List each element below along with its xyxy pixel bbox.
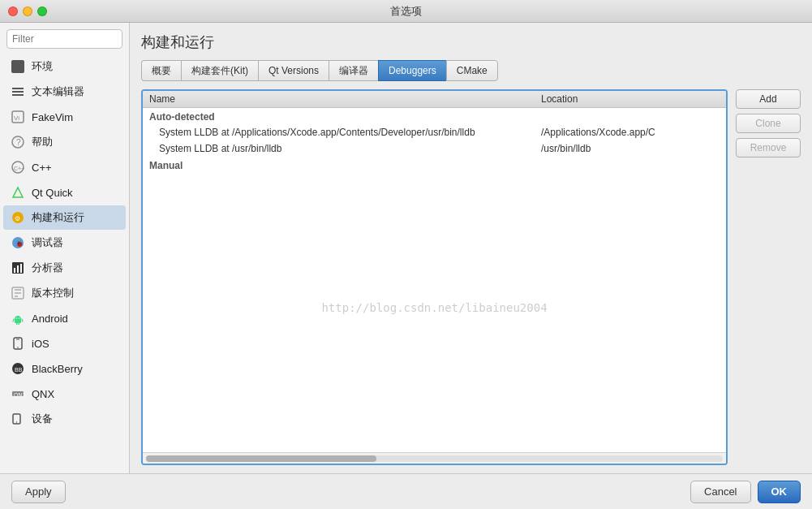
maximize-button[interactable] [37,6,47,16]
tab-cmake[interactable]: CMake [446,60,498,81]
svg-text:QNX: QNX [14,392,24,399]
sidebar-item-debugger[interactable]: 🐞 调试器 [3,231,126,255]
scrollbar-track [146,455,723,462]
horizontal-scrollbar[interactable] [143,452,726,464]
sidebar-item-build-run[interactable]: ⚙ 构建和运行 [3,205,126,230]
sidebar-item-analyzer[interactable]: 分析器 [3,256,126,280]
svg-rect-20 [19,323,20,325]
sidebar-label-version-control: 版本控制 [32,286,74,300]
minimize-button[interactable] [23,6,32,16]
svg-line-24 [22,319,23,321]
page-title: 构建和运行 [141,32,801,52]
content-area: 构建和运行 概要 构建套件(Kit) Qt Versions 编译器 Debug… [130,23,812,473]
sidebar-item-cpp[interactable]: C++ C++ [3,155,126,179]
svg-marker-6 [13,188,23,197]
clone-button[interactable]: Clone [736,114,801,133]
window-title: 首选项 [390,4,422,19]
sidebar-item-qnx[interactable]: QNX QNX [3,382,126,406]
version-control-icon [10,285,26,301]
svg-text:C++: C++ [14,166,24,171]
tab-qt-versions[interactable]: Qt Versions [258,60,329,81]
cancel-button[interactable]: Cancel [690,481,750,503]
sidebar-item-text-editor[interactable]: 文本编辑器 [3,80,126,104]
filter-input[interactable] [6,29,122,49]
sidebar-item-fakevim[interactable]: Vi FakeVim [3,105,126,129]
blackberry-icon: BB [10,360,26,377]
svg-point-22 [19,317,19,318]
sidebar-label-build-run: 构建和运行 [32,210,84,225]
sidebar: 环境 文本编辑器 Vi FakeVim ? 帮助 [0,23,130,473]
svg-point-33 [16,421,17,422]
scrollbar-thumb [146,455,376,462]
tab-summary[interactable]: 概要 [141,60,181,81]
qt-quick-icon [10,184,26,201]
row-lldb-usr-name: System LLDB at /usr/bin/lldb [159,143,541,154]
android-icon [10,310,26,326]
tab-build-kit[interactable]: 构建套件(Kit) [181,60,258,81]
add-button[interactable]: Add [736,89,801,109]
text-editor-icon [10,84,26,100]
tabs-bar: 概要 构建套件(Kit) Qt Versions 编译器 Debuggers C… [141,60,801,81]
cpp-icon: C++ [10,159,26,175]
svg-rect-13 [17,265,19,273]
environment-icon [10,58,26,75]
watermark: http://blog.csdn.net/libaineu2004 [321,301,547,314]
row-lldb-usr-location: /usr/bin/lldb [541,143,720,154]
remove-button[interactable]: Remove [736,138,801,157]
bottom-bar: Apply Cancel OK [0,473,812,509]
action-buttons: Add Clone Remove [736,89,801,465]
sidebar-item-blackberry[interactable]: BB BlackBerry [3,356,126,381]
sidebar-label-blackberry: BlackBerry [32,363,83,375]
sidebar-item-version-control[interactable]: 版本控制 [3,281,126,305]
build-run-icon: ⚙ [10,209,26,226]
sidebar-item-environment[interactable]: 环境 [3,54,126,79]
svg-point-26 [17,347,19,348]
sidebar-label-fakevim: FakeVim [32,111,73,123]
window-controls [8,6,47,16]
debuggers-table: Name Location Auto-detected System LLDB … [141,89,728,465]
sidebar-label-environment: 环境 [32,59,53,74]
filter-wrap [0,23,129,54]
sidebar-label-android: Android [32,313,68,325]
svg-rect-12 [14,268,15,273]
help-icon: ? [10,134,26,150]
analyzer-icon [10,260,26,276]
sidebar-item-ios[interactable]: iOS [3,331,126,356]
sidebar-label-text-editor: 文本编辑器 [32,84,84,99]
ok-button[interactable]: OK [758,481,801,503]
svg-text:?: ? [16,138,21,147]
devices-icon [10,411,26,427]
table-row[interactable]: System LLDB at /Applications/Xcode.app/C… [143,124,726,140]
table-header: Name Location [143,91,726,108]
sidebar-label-analyzer: 分析器 [32,261,63,275]
svg-text:🐞: 🐞 [15,239,24,248]
sidebar-label-ios: iOS [32,338,49,350]
svg-text:Vi: Vi [14,114,19,122]
sidebar-item-qt-quick[interactable]: Qt Quick [3,180,126,205]
svg-text:BB: BB [15,367,23,373]
main-layout: 环境 文本编辑器 Vi FakeVim ? 帮助 [0,23,812,473]
close-button[interactable] [8,6,18,16]
svg-point-21 [16,317,17,318]
titlebar: 首选项 [0,0,812,23]
sidebar-label-cpp: C++ [32,162,52,174]
row-lldb-xcode-name: System LLDB at /Applications/Xcode.app/C… [159,127,541,138]
svg-rect-19 [16,323,18,325]
qnx-icon: QNX [10,386,26,402]
apply-button[interactable]: Apply [11,481,66,503]
sidebar-label-qnx: QNX [32,388,54,400]
bottom-right: Cancel OK [690,481,801,503]
col-name-header: Name [149,93,541,105]
row-lldb-xcode-location: /Applications/Xcode.app/C [541,127,720,138]
table-row[interactable]: System LLDB at /usr/bin/lldb /usr/bin/ll… [143,140,726,157]
tab-debuggers[interactable]: Debuggers [378,60,446,81]
sidebar-item-devices[interactable]: 设备 [3,407,126,431]
tab-compilers[interactable]: 编译器 [329,60,378,81]
svg-rect-14 [20,264,22,273]
svg-line-23 [13,319,14,321]
ios-icon [10,335,26,352]
group-manual: Manual [143,157,726,173]
sidebar-item-help[interactable]: ? 帮助 [3,130,126,154]
table-body[interactable]: Auto-detected System LLDB at /Applicatio… [143,108,726,452]
sidebar-item-android[interactable]: Android [3,306,126,330]
